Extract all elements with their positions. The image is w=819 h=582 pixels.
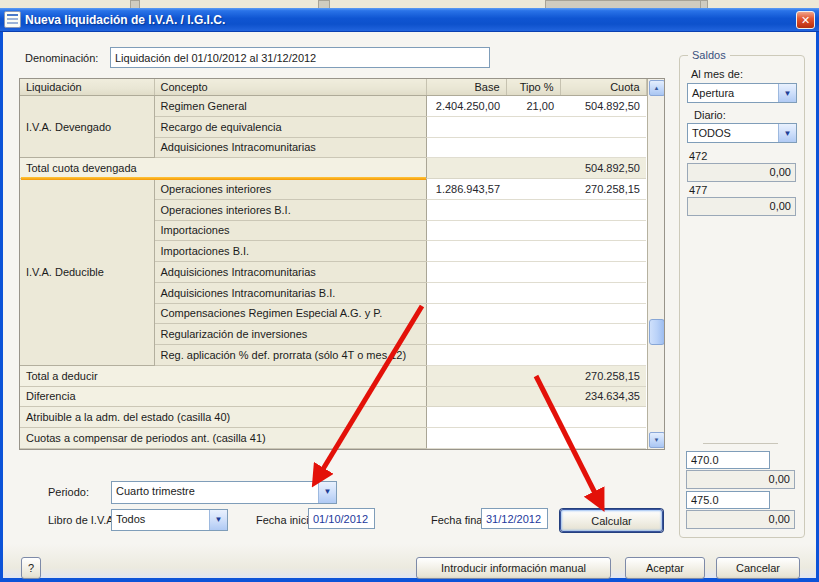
column-header-cuota: Cuota (560, 79, 646, 96)
cuota-cell (560, 220, 646, 241)
highlight-underline (21, 177, 426, 180)
base-cell (426, 199, 506, 220)
fecha-inicial-input[interactable] (308, 508, 375, 529)
tipo-cell (506, 282, 560, 303)
base-cell (426, 137, 506, 158)
column-header-tipo: Tipo % (506, 79, 560, 96)
liquidacion-grid: Liquidación Concepto Base Tipo % Cuota I… (20, 79, 647, 449)
al-mes-de-label: Al mes de: (691, 68, 743, 80)
base-cell: 1.286.943,57 (426, 179, 506, 200)
account-475-input[interactable] (686, 491, 770, 509)
base-cell (426, 386, 506, 407)
scrollbar-thumb[interactable] (649, 319, 665, 345)
cuota-cell: 270.258,15 (560, 179, 646, 200)
concept-cell: Operaciones interiores B.I. (154, 199, 426, 220)
cuota-cell (560, 116, 646, 137)
tipo-cell (506, 137, 560, 158)
concept-cell: Operaciones interiores (154, 179, 426, 200)
total-label-cell: Total cuota devengada (20, 158, 426, 179)
chevron-down-icon[interactable]: ▼ (209, 510, 227, 530)
denominacion-input[interactable] (110, 47, 490, 68)
cuota-cell (560, 407, 646, 428)
titlebar[interactable]: Nueva liquidación de I.V.A. / I.G.I.C. ✕ (0, 8, 819, 32)
base-cell (426, 158, 506, 179)
casilla-40-row: Atribuible a la adm. del estado (casilla… (20, 407, 646, 428)
concept-cell: Regularización de inversiones (154, 324, 426, 345)
concept-cell: Recargo de equivalencia (154, 116, 426, 137)
concept-cell: Reg. aplicación % def. prorrata (sólo 4T… (154, 345, 426, 366)
denominacion-label: Denominación: (25, 52, 98, 64)
scroll-down-icon[interactable]: ▼ (649, 432, 665, 448)
tipo-cell (506, 386, 560, 407)
cuota-cell (560, 262, 646, 283)
table-row: I.V.A. Deducible Operaciones interiores … (20, 179, 646, 200)
cuota-cell (560, 282, 646, 303)
row-label-cell: Cuotas a compensar de periodos ant. (cas… (20, 428, 426, 449)
libro-iva-value: Todos (112, 510, 209, 530)
concept-cell: Adquisiciones Intracomunitarias B.I. (154, 282, 426, 303)
tipo-cell (506, 116, 560, 137)
column-header-liquidacion: Liquidación (20, 79, 154, 96)
cuota-cell (560, 428, 646, 449)
account-472-label: 472 (689, 150, 707, 162)
cuota-cell (560, 345, 646, 366)
libro-iva-label: Libro de I.V.A.: (48, 514, 120, 526)
column-header-concepto: Concepto (154, 79, 426, 96)
dialog-nueva-liquidacion: Nueva liquidación de I.V.A. / I.G.I.C. ✕… (0, 8, 819, 582)
chevron-down-icon[interactable]: ▼ (318, 482, 336, 503)
introducir-informacion-manual-button[interactable]: Introducir información manual (416, 557, 611, 579)
cancelar-button[interactable]: Cancelar (716, 557, 800, 579)
cuota-cell (560, 303, 646, 324)
table-scrollbar[interactable]: ▲ ▼ (647, 79, 666, 449)
al-mes-de-select[interactable]: Apertura ▼ (687, 83, 797, 103)
base-cell (426, 303, 506, 324)
aceptar-button[interactable]: Aceptar (625, 557, 705, 579)
help-button[interactable]: ? (21, 557, 41, 579)
cuota-cell: 270.258,15 (560, 365, 646, 386)
column-header-base: Base (426, 79, 506, 96)
diario-select[interactable]: TODOS ▼ (687, 123, 797, 143)
base-cell (426, 262, 506, 283)
concept-cell: Adquisiciones Intracomunitarias (154, 137, 426, 158)
account-477-label: 477 (689, 184, 707, 196)
cuota-cell: 504.892,50 (560, 158, 646, 179)
libro-iva-select[interactable]: Todos ▼ (111, 509, 228, 531)
saldos-separator (703, 443, 778, 444)
saldos-title: Saldos (688, 49, 730, 61)
account-475-balance: 0,00 (686, 510, 795, 529)
table-row: I.V.A. Devengado Regimen General 2.404.2… (20, 96, 646, 117)
casilla-41-row: Cuotas a compensar de periodos ant. (cas… (20, 428, 646, 449)
concept-cell: Adquisiciones Intracomunitarias (154, 262, 426, 283)
table-header-row: Liquidación Concepto Base Tipo % Cuota (20, 79, 646, 96)
fecha-final-input[interactable] (481, 508, 548, 529)
periodo-select[interactable]: Cuarto trimestre ▼ (111, 481, 337, 504)
account-470-balance: 0,00 (686, 470, 795, 489)
tipo-cell (506, 303, 560, 324)
chevron-down-icon[interactable]: ▼ (778, 124, 796, 142)
tipo-cell (506, 199, 560, 220)
base-cell (426, 365, 506, 386)
cuota-cell: 234.634,35 (560, 386, 646, 407)
close-icon[interactable]: ✕ (796, 11, 815, 29)
base-cell (426, 282, 506, 303)
chevron-down-icon[interactable]: ▼ (778, 84, 796, 102)
tipo-cell (506, 220, 560, 241)
base-cell: 2.404.250,00 (426, 96, 506, 117)
diario-value: TODOS (688, 124, 778, 142)
tipo-cell (506, 158, 560, 179)
fecha-final-label: Fecha final: (431, 514, 488, 526)
periodo-label: Periodo: (48, 486, 89, 498)
account-470-input[interactable] (686, 451, 770, 469)
scroll-up-icon[interactable]: ▲ (649, 80, 665, 96)
base-cell (426, 407, 506, 428)
concept-cell: Compensaciones Regimen Especial A.G. y P… (154, 303, 426, 324)
diferencia-row: Diferencia 234.634,35 (20, 386, 646, 407)
liquidacion-table: Liquidación Concepto Base Tipo % Cuota I… (19, 78, 665, 450)
calcular-button[interactable]: Calcular (560, 509, 663, 532)
cuota-cell (560, 199, 646, 220)
group-cell-deducible: I.V.A. Deducible (20, 179, 154, 366)
tipo-cell (506, 365, 560, 386)
total-cuota-devengada-row: Total cuota devengada 504.892,50 (20, 158, 646, 179)
tipo-cell (506, 262, 560, 283)
tipo-cell (506, 345, 560, 366)
